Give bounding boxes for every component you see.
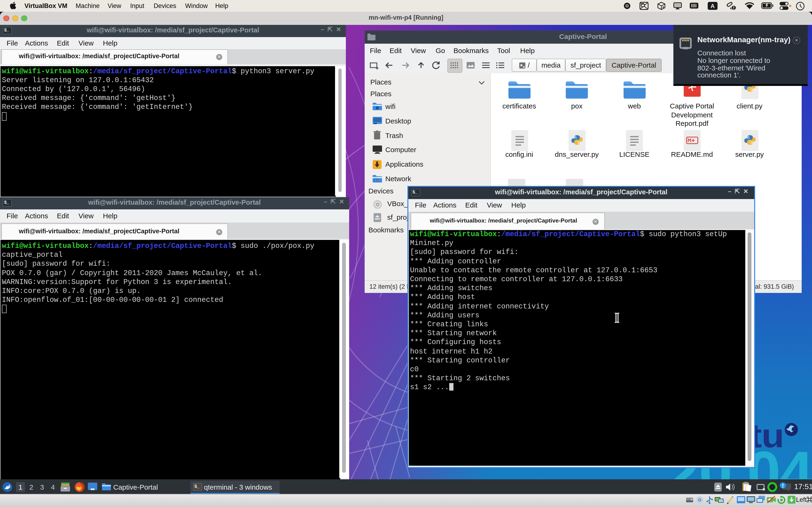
svg-text:A: A bbox=[711, 3, 714, 9]
